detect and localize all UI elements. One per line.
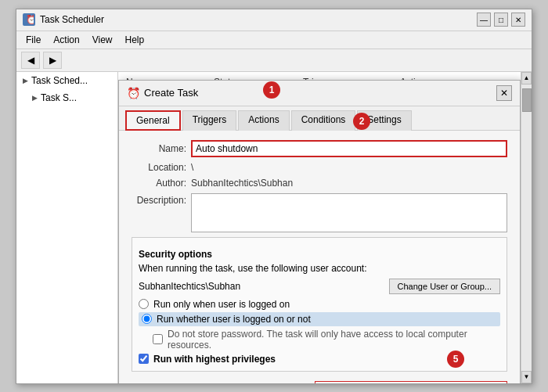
maximize-button[interactable]: □ (494, 13, 508, 27)
back-button[interactable]: ◀ (21, 52, 40, 69)
window-controls: — □ ✕ (477, 13, 525, 27)
create-task-dialog: ⏰ Create Task ✕ General Triggers Actions… (118, 80, 521, 383)
svg-text:⏰: ⏰ (26, 15, 34, 24)
dialog-icon: ⏰ (127, 87, 139, 99)
dialog-content: Name: Location: \ Author: SubhanItechtic… (119, 131, 520, 383)
author-field-row: Author: SubhanItechtics\Subhan (132, 178, 507, 189)
highest-priv-row: Run with highest privileges (139, 354, 500, 365)
annotation-1: 1 (263, 81, 280, 99)
scrollbar-right: ▲ ▼ (521, 72, 532, 383)
radio-only-logged[interactable] (139, 299, 149, 309)
location-label: Location: (132, 162, 186, 173)
expand-arrow-tasks: ▶ (32, 94, 38, 102)
scroll-up-button[interactable]: ▲ (521, 72, 532, 85)
security-title: Security options (139, 249, 500, 260)
dialog-tabs: General Triggers Actions Conditions Sett… (119, 106, 520, 131)
content-area: Name Status Triggers Actions ⏰ Create Ta… (118, 72, 521, 383)
highest-priv-label: Run with highest privileges (153, 354, 276, 365)
do-not-store-row: Do not store password. The task will onl… (153, 329, 500, 351)
radio-whether-logged[interactable] (142, 314, 152, 324)
hidden-configure-row: Hidden Configure for: Windows 10 Windows… (132, 381, 507, 383)
scroll-down-button[interactable]: ▼ (521, 371, 532, 383)
annotation-5-label: 5 (453, 354, 459, 365)
main-window: ⏰ Task Scheduler — □ ✕ File Action View … (16, 9, 532, 384)
scroll-thumb[interactable] (522, 88, 532, 112)
radio-whether-row: Run whether user is logged on or not (139, 312, 500, 326)
sidebar-item-label: Task Sched... (31, 75, 88, 86)
scroll-track (521, 85, 532, 371)
author-value: SubhanItechtics\Subhan (191, 178, 293, 189)
description-field-row: Description: (132, 193, 507, 232)
sidebar-item-taskscheduler[interactable]: ▶ Task Sched... (16, 72, 117, 89)
toolbar: ◀ ▶ (16, 49, 532, 72)
main-area: ▶ Task Sched... ▶ Task S... Name Status … (16, 72, 532, 383)
user-account-name: SubhanItechtics\Subhan (139, 281, 384, 292)
name-input[interactable] (191, 140, 507, 157)
dialog-title-bar: ⏰ Create Task ✕ (119, 81, 520, 106)
do-not-store-checkbox[interactable] (153, 334, 163, 344)
highest-priv-checkbox[interactable] (139, 354, 149, 364)
dialog-title: Create Task (144, 87, 496, 99)
title-bar: ⏰ Task Scheduler — □ ✕ (16, 9, 532, 31)
name-label: Name: (132, 143, 186, 154)
annotation-2-label: 2 (359, 116, 365, 127)
sidebar: ▶ Task Sched... ▶ Task S... (16, 72, 118, 383)
user-account-row: SubhanItechtics\Subhan Change User or Gr… (139, 279, 500, 294)
change-user-button[interactable]: Change User or Group... (389, 279, 500, 294)
location-field-row: Location: \ (132, 162, 507, 173)
minimize-button[interactable]: — (477, 13, 491, 27)
tab-general[interactable]: General (125, 110, 181, 131)
app-icon: ⏰ (23, 13, 35, 26)
forward-button[interactable]: ▶ (43, 52, 62, 69)
annotation-1-label: 1 (269, 85, 275, 95)
author-label: Author: (132, 178, 186, 189)
annotation-2: 2 (353, 113, 370, 130)
close-button[interactable]: ✕ (511, 13, 525, 27)
location-value: \ (191, 162, 193, 173)
window-title: Task Scheduler (40, 14, 477, 25)
annotation-5: 5 (447, 351, 464, 368)
when-running-label: When running the task, use the following… (139, 263, 500, 274)
menu-file[interactable]: File (20, 33, 47, 47)
menu-view[interactable]: View (86, 33, 119, 47)
description-input[interactable] (191, 193, 507, 232)
tab-triggers[interactable]: Triggers (182, 110, 237, 131)
dialog-close-button[interactable]: ✕ (496, 85, 512, 101)
name-field-row: Name: (132, 140, 507, 157)
dialog-overlay: ⏰ Create Task ✕ General Triggers Actions… (118, 72, 521, 383)
tab-conditions[interactable]: Conditions (291, 110, 356, 131)
description-label: Description: (132, 195, 186, 206)
sidebar-item-tasks[interactable]: ▶ Task S... (16, 89, 117, 106)
radio-only-logged-row: Run only when user is logged on (139, 299, 500, 310)
do-not-store-label: Do not store password. The task will onl… (168, 329, 500, 351)
sidebar-tasks-label: Task S... (41, 92, 77, 103)
menu-action[interactable]: Action (47, 33, 85, 47)
tab-actions[interactable]: Actions (238, 110, 289, 131)
radio-whether-label: Run whether user is logged on or not (157, 314, 311, 325)
configure-box: Configure for: Windows 10 Windows 10 Win… (315, 381, 507, 383)
menu-bar: File Action View Help (16, 31, 532, 49)
expand-arrow: ▶ (23, 77, 28, 85)
radio-only-logged-label: Run only when user is logged on (153, 299, 290, 310)
menu-help[interactable]: Help (119, 33, 151, 47)
